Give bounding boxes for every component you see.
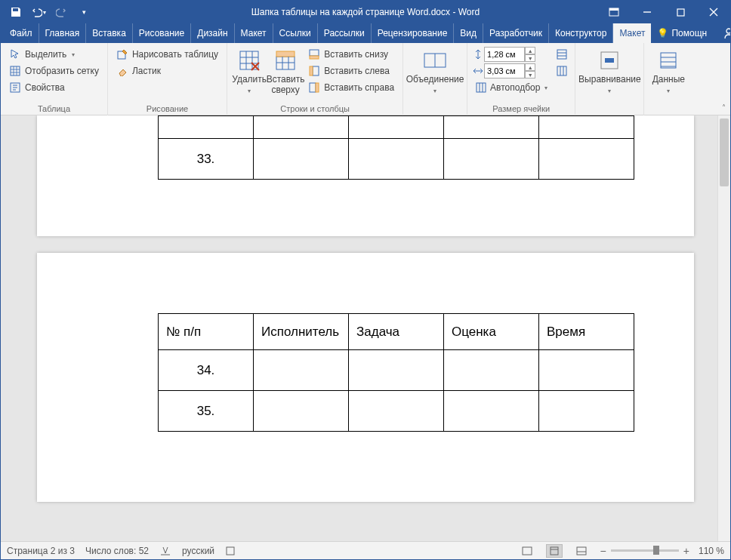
tab-draw[interactable]: Рисование <box>133 23 191 43</box>
tab-help[interactable]: 💡Помощн <box>651 23 713 43</box>
table-continuation[interactable]: 33. <box>158 115 634 180</box>
vertical-scrollbar[interactable] <box>717 115 730 541</box>
tab-insert[interactable]: Вставка <box>86 23 133 43</box>
svg-point-4 <box>726 29 731 33</box>
view-gridlines-button[interactable]: Отобразить сетку <box>5 63 103 79</box>
distribute-rows-button[interactable] <box>554 46 570 63</box>
autofit-icon <box>475 82 487 94</box>
tab-view[interactable]: Вид <box>454 23 483 43</box>
close-icon[interactable] <box>697 1 730 23</box>
merge-button[interactable]: Объединение▾ <box>408 46 462 94</box>
group-align: Выравнивание▾ <box>575 43 644 115</box>
word-count[interactable]: Число слов: 52 <box>85 546 149 556</box>
row-height-field[interactable]: ▲▼ <box>472 47 551 62</box>
language-status[interactable]: русский <box>182 546 214 556</box>
svg-rect-19 <box>477 83 486 92</box>
svg-rect-16 <box>310 83 316 92</box>
group-cell-size: ▲▼ ▲▼ Автоподбор▾ Размер ячейки <box>467 43 575 115</box>
collapse-ribbon-icon[interactable]: ˄ <box>722 103 726 112</box>
spin-down-icon[interactable]: ▼ <box>525 71 535 78</box>
svg-rect-25 <box>227 547 234 555</box>
group-draw: Нарисовать таблицу Ластик Рисование <box>108 43 227 115</box>
redo-icon[interactable] <box>51 2 72 22</box>
insert-below-icon <box>308 48 320 60</box>
svg-rect-6 <box>11 66 20 75</box>
properties-button[interactable]: Свойства <box>5 79 103 96</box>
svg-rect-1 <box>609 8 618 11</box>
spin-down-icon[interactable]: ▼ <box>525 54 535 62</box>
window-controls <box>597 1 730 23</box>
tab-references[interactable]: Ссылки <box>273 23 318 43</box>
table-header-row[interactable]: № п/п Исполнитель Задача Оценка Время <box>159 314 634 350</box>
spin-up-icon[interactable]: ▲ <box>525 47 535 54</box>
width-icon <box>472 65 484 77</box>
eraser-button[interactable]: Ластик <box>113 63 222 79</box>
insert-left-icon <box>308 65 320 77</box>
spellcheck-icon[interactable] <box>159 546 171 556</box>
table-row[interactable]: 35. <box>159 391 634 432</box>
save-icon[interactable] <box>5 2 26 22</box>
svg-rect-17 <box>316 83 319 92</box>
zoom-out-button[interactable]: − <box>600 545 606 557</box>
svg-rect-26 <box>523 547 532 555</box>
minimize-icon[interactable] <box>631 1 664 23</box>
tab-home[interactable]: Главная <box>39 23 87 43</box>
tab-table-design[interactable]: Конструктор <box>549 23 613 43</box>
merge-icon <box>423 48 447 72</box>
zoom-value[interactable]: 110 % <box>699 546 724 556</box>
insert-left-button[interactable]: Вставить слева <box>304 63 398 79</box>
data-button[interactable]: Данные▾ <box>649 46 688 94</box>
zoom-in-button[interactable]: + <box>683 545 689 557</box>
undo-icon[interactable]: ▾ <box>28 2 49 22</box>
tab-developer[interactable]: Разработчик <box>483 23 549 43</box>
tab-design[interactable]: Дизайн <box>191 23 234 43</box>
distribute-cols-button[interactable] <box>554 63 570 79</box>
table-row[interactable]: 33. <box>159 139 634 180</box>
align-icon <box>597 48 622 72</box>
autofit-button[interactable]: Автоподбор▾ <box>472 79 551 96</box>
tab-layout[interactable]: Макет <box>235 23 273 43</box>
gridlines-icon <box>9 65 21 77</box>
focus-mode-icon[interactable] <box>519 544 535 558</box>
group-label: Таблица <box>5 103 103 115</box>
tab-table-layout[interactable]: Макет <box>613 23 651 43</box>
svg-rect-13 <box>310 56 319 59</box>
insert-right-button[interactable]: Вставить справа <box>304 79 398 96</box>
svg-rect-24 <box>661 53 676 68</box>
tab-file[interactable]: Файл <box>2 23 39 43</box>
qat-customize-icon[interactable]: ▾ <box>73 2 94 22</box>
group-merge: Объединение▾ <box>403 43 467 115</box>
data-icon <box>656 48 680 72</box>
group-label: Размер ячейки <box>472 103 570 115</box>
document-area[interactable]: 33. № п/п Исполнитель Задача Оценка Врем… <box>1 115 730 541</box>
svg-rect-20 <box>557 50 566 59</box>
page-status[interactable]: Страница 2 из 3 <box>7 546 75 556</box>
group-label <box>408 103 462 115</box>
group-label <box>649 103 688 115</box>
main-table[interactable]: № п/п Исполнитель Задача Оценка Время 34… <box>158 313 634 432</box>
delete-button[interactable]: Удалить▾ <box>232 46 267 94</box>
zoom-slider[interactable] <box>611 549 679 552</box>
print-layout-icon[interactable] <box>546 544 563 558</box>
table-row[interactable] <box>159 116 634 139</box>
zoom-thumb[interactable] <box>653 546 659 555</box>
col-width-field[interactable]: ▲▼ <box>472 63 551 78</box>
insert-below-button[interactable]: Вставить снизу <box>304 46 398 63</box>
insert-above-button[interactable]: Вставить сверху <box>268 46 303 96</box>
delete-table-icon <box>237 48 261 72</box>
draw-table-button[interactable]: Нарисовать таблицу <box>113 46 222 63</box>
web-layout-icon[interactable] <box>573 544 590 558</box>
share-icon[interactable] <box>720 25 731 42</box>
select-button[interactable]: Выделить▾ <box>5 46 103 63</box>
properties-icon <box>9 82 21 94</box>
macro-icon[interactable] <box>225 546 236 556</box>
scrollbar-thumb[interactable] <box>720 118 729 186</box>
table-row[interactable]: 34. <box>159 350 634 391</box>
ribbon-display-icon[interactable] <box>597 1 631 23</box>
tab-mailings[interactable]: Рассылки <box>318 23 372 43</box>
alignment-button[interactable]: Выравнивание▾ <box>580 46 639 94</box>
spin-up-icon[interactable]: ▲ <box>525 63 535 71</box>
tab-review[interactable]: Рецензирование <box>372 23 455 43</box>
maximize-icon[interactable] <box>664 1 697 23</box>
svg-rect-15 <box>310 66 313 75</box>
